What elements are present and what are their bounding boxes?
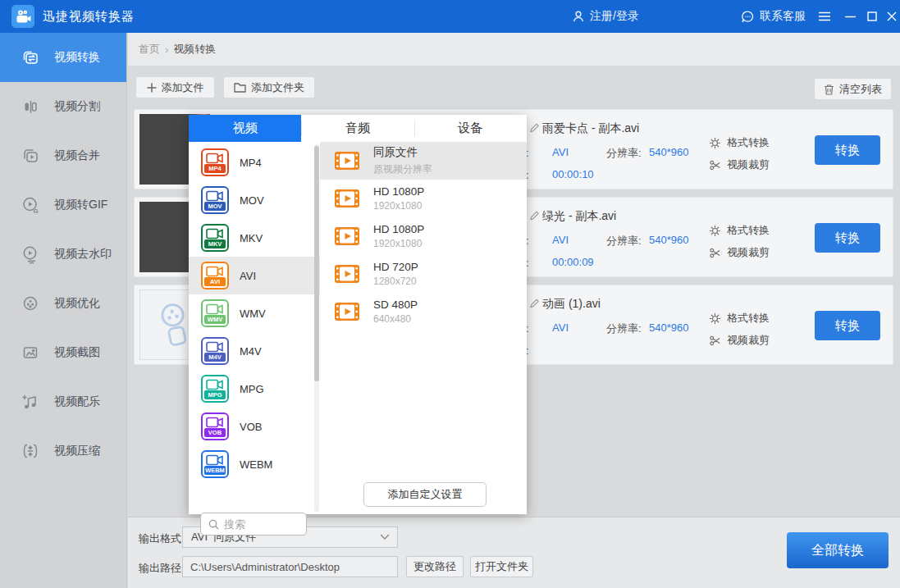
- convert-button[interactable]: 转换: [815, 311, 880, 340]
- chevron-down-icon: [380, 534, 390, 540]
- support-label: 联系客服: [760, 9, 806, 24]
- format-convert-button[interactable]: 格式转换: [709, 311, 770, 326]
- change-path-button[interactable]: 更改路径: [406, 556, 464, 577]
- sidebar-item-video-to-gif[interactable]: G 视频转GIF: [0, 180, 126, 230]
- video-crop-button[interactable]: 视频裁剪: [709, 333, 770, 348]
- output-path-input[interactable]: [182, 556, 398, 577]
- sidebar-item-video-music[interactable]: 视频配乐: [0, 377, 126, 426]
- sidebar-item-label: 视频截图: [54, 345, 100, 360]
- video-crop-label: 视频裁剪: [727, 157, 770, 172]
- convert-button[interactable]: 转换: [815, 223, 880, 253]
- sidebar-item-video-optimize[interactable]: 视频优化: [0, 279, 126, 328]
- tab-video[interactable]: 视频: [189, 115, 301, 142]
- format-item-label: MP4: [240, 157, 262, 169]
- format-item-webm[interactable]: WEBM WEBM: [189, 445, 320, 483]
- sidebar-item-video-compress[interactable]: 视频压缩: [0, 426, 126, 476]
- filmstrip-icon: [335, 152, 359, 170]
- sidebar-item-video-watermark-remove[interactable]: 视频去水印: [0, 230, 126, 279]
- tab-device[interactable]: 设备: [414, 115, 527, 142]
- add-file-button[interactable]: 添加文件: [135, 76, 215, 98]
- video-crop-button[interactable]: 视频裁剪: [709, 245, 770, 260]
- format-item-mpg[interactable]: MPG MPG: [189, 370, 320, 408]
- filmstrip-icon: [335, 303, 359, 321]
- format-convert-button[interactable]: 格式转换: [709, 135, 770, 150]
- duration-value: 00:00:09: [552, 256, 594, 268]
- mp4-file-icon: MP4: [201, 148, 229, 176]
- format-item-wmv[interactable]: WMV WMV: [189, 294, 320, 332]
- minimize-button[interactable]: [839, 6, 861, 27]
- format-item-label: WEBM: [240, 458, 272, 471]
- filmstrip-icon: [335, 227, 359, 245]
- format-item-avi[interactable]: AVI AVI: [189, 257, 320, 294]
- format-item-m4v[interactable]: M4V M4V: [189, 332, 320, 370]
- add-file-label: 添加文件: [162, 80, 204, 95]
- m4v-file-icon: M4V: [201, 337, 229, 365]
- user-icon: [572, 10, 585, 23]
- open-folder-button[interactable]: 打开文件夹: [470, 556, 533, 577]
- format-convert-label: 格式转换: [727, 135, 770, 150]
- convert-all-button[interactable]: 全部转换: [787, 532, 889, 568]
- edit-pencil-icon[interactable]: [529, 210, 540, 221]
- login-button[interactable]: 注册/登录: [572, 9, 639, 24]
- add-folder-button[interactable]: 添加文件夹: [223, 76, 315, 98]
- output-format-label: 输出格式: [139, 531, 181, 546]
- breadcrumb-home[interactable]: 首页: [139, 42, 160, 57]
- sidebar-item-video-split[interactable]: 视频分割: [0, 82, 126, 131]
- file-name: 动画 (1).avi: [542, 297, 601, 312]
- sidebar-item-video-merge[interactable]: 视频合并: [0, 131, 126, 180]
- close-button[interactable]: [881, 6, 900, 27]
- clear-list-button[interactable]: 清空列表: [814, 78, 892, 100]
- breadcrumb: 首页 › 视频转换: [128, 33, 900, 66]
- breadcrumb-current: 视频转换: [173, 42, 216, 57]
- add-custom-setting-button[interactable]: 添加自定义设置: [363, 482, 487, 507]
- chat-bubble-icon: [741, 10, 755, 24]
- sidebar-item-label: 视频合并: [54, 148, 100, 163]
- preset-title: 同原文件: [373, 145, 432, 160]
- trash-icon: [824, 84, 834, 95]
- format-item-mkv[interactable]: MKV MKV: [189, 219, 320, 257]
- login-label: 注册/登录: [590, 9, 639, 24]
- sidebar-item-label: 视频转换: [54, 50, 100, 65]
- preset-subtitle: 1280x720: [373, 276, 418, 287]
- convert-button[interactable]: 转换: [815, 135, 880, 165]
- sidebar-item-label: 视频分割: [54, 99, 100, 114]
- app-window: 迅捷视频转换器 注册/登录 联系客服: [0, 0, 900, 588]
- maximize-button[interactable]: [861, 6, 883, 27]
- menu-icon[interactable]: [814, 6, 835, 27]
- support-button[interactable]: 联系客服: [741, 9, 806, 24]
- format-item-mov[interactable]: MOV MOV: [189, 181, 320, 219]
- video-crop-button[interactable]: 视频裁剪: [709, 157, 770, 172]
- preset-item-hd1080p-2[interactable]: HD 1080P 1920x1080: [320, 217, 527, 255]
- scrollbar-thumb[interactable]: [314, 146, 319, 381]
- format-value: AVI: [552, 146, 569, 158]
- format-item-mp4[interactable]: MP4 MP4: [189, 144, 320, 181]
- resolution-value: 540*960: [649, 146, 688, 158]
- scissors-icon: [709, 247, 721, 259]
- sidebar-item-label: 视频转GIF: [54, 198, 107, 212]
- format-list: MP4 MP4 MOV MOV MKV: [189, 142, 320, 514]
- format-convert-button[interactable]: 格式转换: [709, 223, 770, 238]
- clear-list-label: 清空列表: [839, 82, 882, 97]
- plus-icon: [147, 83, 157, 93]
- edit-pencil-icon[interactable]: [529, 298, 540, 308]
- resolution-label: 分辨率:: [606, 146, 642, 161]
- tab-audio[interactable]: 音频: [301, 115, 413, 142]
- edit-pencil-icon[interactable]: [529, 122, 540, 133]
- video-music-icon: [21, 392, 40, 412]
- preset-item-sd480p[interactable]: SD 480P 640x480: [320, 293, 527, 330]
- format-search-input[interactable]: [224, 518, 296, 531]
- preset-item-hd1080p[interactable]: HD 1080P 1920x1080: [320, 180, 527, 217]
- filmstrip-icon: [335, 265, 359, 283]
- sidebar-item-video-screenshot[interactable]: 视频截图: [0, 328, 126, 377]
- search-icon: [208, 519, 219, 530]
- resolution-label: 分辨率:: [606, 321, 642, 336]
- video-split-icon: [21, 97, 40, 116]
- sidebar-item-label: 视频配乐: [54, 394, 100, 409]
- format-item-vob[interactable]: VOB VOB: [189, 408, 320, 445]
- popup-tabs: 视频 音频 设备: [189, 115, 527, 142]
- sidebar-item-video-convert[interactable]: 视频转换: [0, 33, 126, 82]
- format-list-scrollbar: [314, 144, 319, 512]
- preset-item-original[interactable]: 同原文件 原视频分辨率: [320, 142, 527, 180]
- video-convert-icon: [21, 48, 40, 67]
- preset-item-hd720p[interactable]: HD 720P 1280x720: [320, 255, 527, 293]
